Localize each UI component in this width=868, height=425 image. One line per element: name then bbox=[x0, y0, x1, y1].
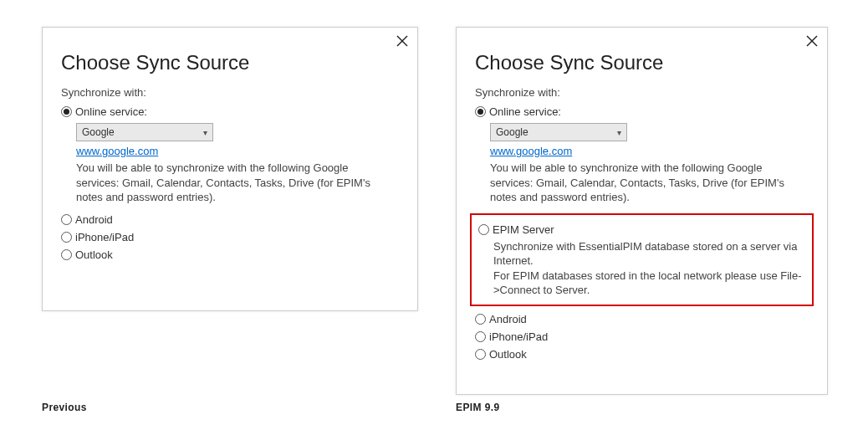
caption-previous: Previous bbox=[42, 402, 87, 413]
service-link[interactable]: www.google.com bbox=[490, 145, 572, 157]
service-description: You will be able to synchronize with the… bbox=[76, 161, 394, 205]
radio-label: iPhone/iPad bbox=[489, 330, 548, 343]
radio-icon bbox=[61, 214, 72, 225]
dialog-epim-9-9: Choose Sync Source Synchronize with: Onl… bbox=[456, 27, 828, 395]
radio-online-service[interactable]: Online service: bbox=[475, 105, 809, 118]
chevron-down-icon: ▾ bbox=[617, 128, 621, 137]
select-value: Google bbox=[82, 126, 115, 138]
radio-label: iPhone/iPad bbox=[75, 231, 134, 243]
epim-server-highlight: EPIM Server Synchronize with EssentialPI… bbox=[470, 213, 814, 306]
close-icon[interactable] bbox=[805, 34, 819, 48]
service-link[interactable]: www.google.com bbox=[76, 145, 158, 157]
radio-iphone-ipad[interactable]: iPhone/iPad bbox=[61, 231, 399, 243]
radio-label: Online service: bbox=[75, 105, 147, 118]
radio-icon bbox=[478, 224, 489, 235]
sync-with-label: Synchronize with: bbox=[475, 86, 809, 99]
service-select[interactable]: Google ▾ bbox=[490, 123, 627, 141]
radio-android[interactable]: Android bbox=[61, 213, 399, 226]
radio-icon bbox=[475, 106, 486, 117]
dialog-title: Choose Sync Source bbox=[61, 51, 399, 74]
radio-label: EPIM Server bbox=[493, 223, 554, 236]
dialog-title: Choose Sync Source bbox=[475, 51, 809, 74]
radio-icon bbox=[475, 349, 486, 360]
radio-outlook[interactable]: Outlook bbox=[61, 248, 399, 261]
epim-server-description-1: Synchronize with EssentialPIM database s… bbox=[493, 239, 805, 269]
radio-icon bbox=[475, 331, 486, 342]
radio-label: Android bbox=[489, 313, 527, 325]
radio-label: Outlook bbox=[489, 348, 527, 361]
radio-android[interactable]: Android bbox=[475, 313, 809, 325]
dialog-previous: Choose Sync Source Synchronize with: Onl… bbox=[42, 27, 418, 311]
service-select[interactable]: Google ▾ bbox=[76, 123, 213, 141]
caption-epim-9-9: EPIM 9.9 bbox=[456, 402, 500, 413]
sync-with-label: Synchronize with: bbox=[61, 86, 399, 99]
radio-outlook[interactable]: Outlook bbox=[475, 348, 809, 361]
epim-server-description-2: For EPIM databases stored in the local n… bbox=[493, 269, 805, 298]
chevron-down-icon: ▾ bbox=[203, 128, 207, 137]
radio-icon bbox=[475, 314, 486, 325]
radio-iphone-ipad[interactable]: iPhone/iPad bbox=[475, 330, 809, 343]
select-value: Google bbox=[496, 126, 528, 138]
radio-label: Online service: bbox=[489, 105, 561, 118]
radio-icon bbox=[61, 232, 72, 243]
radio-label: Android bbox=[75, 213, 113, 226]
radio-icon bbox=[61, 249, 72, 260]
service-description: You will be able to synchronize with the… bbox=[490, 161, 808, 205]
close-icon[interactable] bbox=[396, 34, 409, 48]
radio-label: Outlook bbox=[75, 248, 113, 261]
radio-online-service[interactable]: Online service: bbox=[61, 105, 399, 118]
radio-epim-server[interactable]: EPIM Server bbox=[478, 223, 805, 236]
radio-icon bbox=[61, 106, 72, 117]
